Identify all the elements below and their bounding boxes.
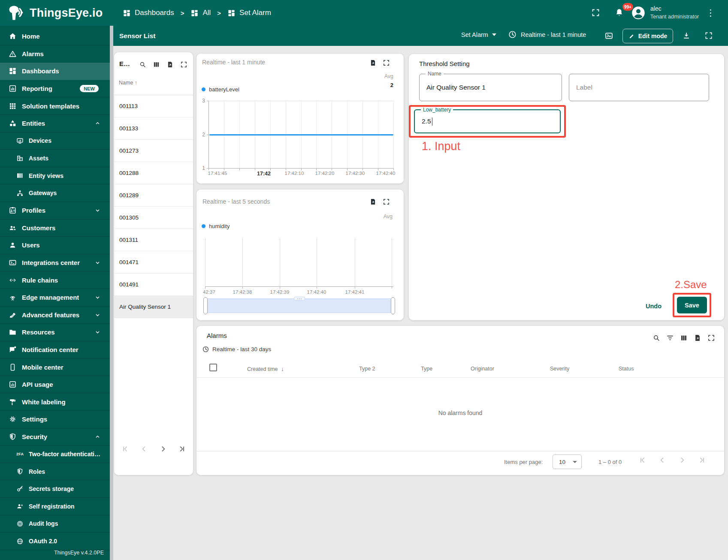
sidebar-item-solution-templates[interactable]: Solution templates <box>0 97 110 115</box>
sidebar-item-users[interactable]: Users <box>0 237 110 254</box>
sidebar-item-secrets-storage[interactable]: Secrets storage <box>0 480 110 498</box>
chevron-right-icon[interactable] <box>159 445 167 453</box>
sidebar-item-api-usage[interactable]: API usage <box>0 376 110 394</box>
toolbar-fullscreen-icon[interactable] <box>704 31 713 40</box>
sidebar-item-profiles[interactable]: Profiles <box>0 202 110 220</box>
sidebar-item-settings[interactable]: Settings <box>0 411 110 428</box>
column-header-type[interactable]: Type <box>421 366 432 372</box>
last-page-icon[interactable] <box>698 456 706 464</box>
sidebar-item-integrations-center[interactable]: Integrations center <box>0 254 110 272</box>
chart-tick <box>393 168 394 170</box>
search-icon[interactable] <box>139 61 146 68</box>
entity-row[interactable]: 001273 <box>114 140 193 162</box>
save-button[interactable]: Save <box>677 297 707 313</box>
sidebar-scrollbar[interactable] <box>110 26 113 560</box>
chevron-left-icon[interactable] <box>140 445 148 453</box>
fullscreen-icon[interactable] <box>180 61 187 68</box>
header-fullscreen-icon[interactable] <box>591 8 600 17</box>
users-icon <box>9 241 17 249</box>
last-page-icon[interactable] <box>178 445 186 453</box>
entity-row[interactable]: 001113 <box>114 95 193 117</box>
sidebar-item-devices[interactable]: Devices <box>0 132 110 150</box>
entity-row[interactable]: 001471 <box>114 251 193 274</box>
datazoom-slider[interactable] <box>205 298 393 313</box>
file-export-icon[interactable] <box>694 334 701 342</box>
breadcrumb-item[interactable]: All <box>190 9 211 17</box>
sidebar-item-notification-center[interactable]: Notification center <box>0 341 110 359</box>
breadcrumb-item[interactable]: Set Alarm <box>227 9 271 17</box>
chevron-left-icon[interactable] <box>658 456 667 464</box>
file-export-icon[interactable] <box>166 61 174 68</box>
column-header-type-2[interactable]: Type 2 <box>359 366 375 372</box>
sidebar-item-self-registration[interactable]: Self registration <box>0 498 110 515</box>
entity-row[interactable]: 001133 <box>114 117 193 140</box>
sidebar-item-customers[interactable]: Customers <box>0 220 110 237</box>
time-window-button[interactable]: Realtime - last 1 minute <box>508 30 586 39</box>
user-avatar[interactable] <box>631 6 646 20</box>
chart-legend[interactable]: batteryLevel <box>202 86 239 93</box>
entity-row[interactable]: 001311 <box>114 229 193 251</box>
sidebar-item-white-labeling[interactable]: White labeling <box>0 393 110 411</box>
edit-mode-button[interactable]: Edit mode <box>622 29 673 43</box>
breadcrumb-item[interactable]: Dashboards <box>123 9 174 17</box>
first-page-icon[interactable] <box>638 456 647 464</box>
sidebar-item-entity-views[interactable]: Entity views <box>0 167 110 185</box>
fullscreen-icon[interactable] <box>383 59 390 66</box>
column-header-status[interactable]: Status <box>619 366 634 372</box>
entity-row[interactable]: 001491 <box>114 274 193 296</box>
chart-legend[interactable]: humidity <box>202 223 230 229</box>
entity-row[interactable]: 001288 <box>114 162 193 184</box>
column-header-created-time[interactable]: Created time ↓ <box>247 366 284 372</box>
sidebar-item-gateways[interactable]: Gateways <box>0 184 110 202</box>
sidebar-item-edge-management[interactable]: Edge management <box>0 289 110 307</box>
dashboard-state-selector[interactable]: Set Alarm <box>461 31 496 38</box>
kebab-menu-icon[interactable]: ⋮ <box>706 7 715 18</box>
battery-level-series-line <box>209 134 393 135</box>
entity-row[interactable]: 001305 <box>114 207 193 229</box>
sidebar-item-rule-chains[interactable]: Rule chains <box>0 271 110 289</box>
fullscreen-icon[interactable] <box>707 334 715 342</box>
entity-name-column-header[interactable]: Name ↑ <box>119 80 137 86</box>
undo-button[interactable]: Undo <box>642 301 665 311</box>
datazoom-right-handle[interactable] <box>391 297 395 314</box>
alarms-time-window[interactable]: Realtime - last 30 days <box>202 346 271 353</box>
download-icon[interactable] <box>682 31 691 40</box>
file-export-icon[interactable] <box>369 198 377 205</box>
chevron-right-icon[interactable] <box>678 456 686 464</box>
sidebar-item-two-factor-authenticati[interactable]: 2FATwo-factor authenticati… <box>0 446 110 463</box>
name-field[interactable]: Name Air Quality Sensor 1 <box>419 74 562 101</box>
select-all-checkbox[interactable] <box>209 364 217 371</box>
app-logo[interactable]: ThingsEye.io <box>7 0 103 26</box>
sidebar-item-entities[interactable]: Entities <box>0 115 110 132</box>
sidebar-item-alarms[interactable]: Alarms <box>0 45 110 63</box>
sidebar-item-advanced-features[interactable]: Advanced features <box>0 307 110 324</box>
filter-icon[interactable] <box>666 334 674 342</box>
datazoom-left-handle[interactable] <box>203 297 208 314</box>
sidebar-item-security[interactable]: Security <box>0 428 110 446</box>
sidebar-item-dashboards[interactable]: Dashboards <box>0 63 110 80</box>
sidebar-item-mobile-center[interactable]: Mobile center <box>0 358 110 376</box>
column-header-severity[interactable]: Severity <box>550 366 569 372</box>
sidebar-item-roles[interactable]: Roles <box>0 463 110 481</box>
label-field[interactable]: Label <box>569 74 709 101</box>
search-icon[interactable] <box>652 334 660 342</box>
sidebar-item-reporting[interactable]: ReportingNEW <box>0 80 110 98</box>
column-header-originator[interactable]: Originator <box>471 366 494 372</box>
sidebar-item-assets[interactable]: Assets <box>0 150 110 167</box>
file-export-icon[interactable] <box>369 59 377 66</box>
entity-row[interactable]: 001289 <box>114 184 193 207</box>
columns-icon[interactable] <box>153 61 160 68</box>
sidebar-item-home[interactable]: Home <box>0 28 110 45</box>
image-gallery-icon[interactable] <box>604 31 613 40</box>
items-per-page-select[interactable]: 10 <box>553 455 582 469</box>
entity-row[interactable]: Air Quality Sensor 1 <box>114 296 193 318</box>
sidebar-item-audit-logs[interactable]: Audit logs <box>0 515 110 533</box>
low-battery-field[interactable]: Low_battery 2.5 <box>414 109 561 133</box>
columns-icon[interactable] <box>680 334 688 342</box>
fullscreen-icon[interactable] <box>383 198 390 205</box>
sidebar-item-oauth-2-0[interactable]: OAuth 2.0 <box>0 533 110 550</box>
datazoom-grip[interactable] <box>294 297 305 301</box>
sidebar-item-resources[interactable]: Resources <box>0 324 110 341</box>
first-page-icon[interactable] <box>121 445 130 453</box>
user-info[interactable]: alec Tenant administrator <box>650 5 699 20</box>
